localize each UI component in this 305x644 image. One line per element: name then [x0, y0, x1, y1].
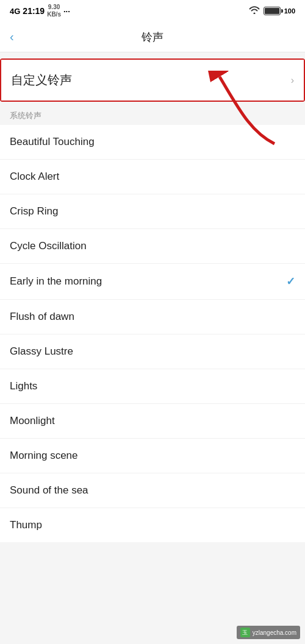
custom-ringtone-section: 自定义铃声 › [0, 58, 305, 102]
page-wrapper: 4G 21:19 9.30 KB/s ··· 100 ‹ [0, 0, 305, 644]
status-bar: 4G 21:19 9.30 KB/s ··· 100 [0, 0, 305, 22]
ringtone-name: Crisp Ring [10, 205, 58, 218]
custom-ringtone-row[interactable]: 自定义铃声 › [1, 60, 304, 101]
ringtone-name: Lights [10, 380, 37, 392]
speed-indicator: 9.30 KB/s [47, 4, 61, 18]
selected-check-icon: ✓ [286, 275, 295, 288]
status-left: 4G 21:19 9.30 KB/s ··· [10, 4, 70, 18]
watermark: 玉 yzlangecha.com [237, 626, 300, 639]
status-right: 100 [249, 5, 295, 16]
ringtone-item[interactable]: Flush of dawn [0, 300, 305, 334]
ringtone-item[interactable]: Lights [0, 369, 305, 404]
ringtone-item[interactable]: Moonlight [0, 404, 305, 439]
ringtone-name: Cycle Oscillation [10, 240, 87, 252]
ringtone-name: Beautiful Touching [10, 136, 95, 148]
ringtone-item[interactable]: Sound of the sea [0, 473, 305, 508]
ringtone-name: Flush of dawn [10, 311, 74, 323]
ringtone-list: Beautiful TouchingClock AlertCrisp RingC… [0, 125, 305, 542]
ringtone-name: Early in the morning [10, 275, 102, 288]
watermark-logo: 玉 [240, 628, 250, 637]
status-time: 21:19 [23, 6, 45, 16]
section-label-system: 系统铃声 [0, 102, 305, 125]
battery-icon [264, 7, 281, 15]
wifi-icon [249, 5, 260, 16]
ringtone-name: Sound of the sea [10, 484, 88, 497]
ringtone-item[interactable]: Clock Alert [0, 160, 305, 194]
ringtone-item[interactable]: Early in the morning✓ [0, 264, 305, 300]
watermark-text: yzlangecha.com [253, 629, 296, 636]
back-button[interactable]: ‹ [10, 30, 14, 44]
ringtone-item[interactable]: Morning scene [0, 439, 305, 473]
page-title: 铃声 [142, 30, 163, 44]
chevron-right-icon: › [291, 75, 294, 86]
ringtone-item[interactable]: Crisp Ring [0, 194, 305, 229]
ringtone-name: Clock Alert [10, 171, 59, 183]
ringtone-name: Morning scene [10, 450, 78, 462]
dots-indicator: ··· [63, 7, 70, 16]
battery-label: 100 [284, 7, 295, 15]
signal-label: 4G [10, 7, 20, 16]
custom-ringtone-label: 自定义铃声 [11, 72, 72, 88]
ringtone-name: Thump [10, 519, 42, 531]
ringtone-item[interactable]: Glassy Lustre [0, 334, 305, 369]
nav-bar: ‹ 铃声 [0, 22, 305, 52]
ringtone-item[interactable]: Cycle Oscillation [0, 229, 305, 264]
battery-fill [265, 8, 279, 14]
ringtone-item[interactable]: Thump [0, 508, 305, 542]
ringtone-name: Glassy Lustre [10, 345, 73, 358]
ringtone-name: Moonlight [10, 415, 55, 427]
ringtone-item[interactable]: Beautiful Touching [0, 125, 305, 160]
